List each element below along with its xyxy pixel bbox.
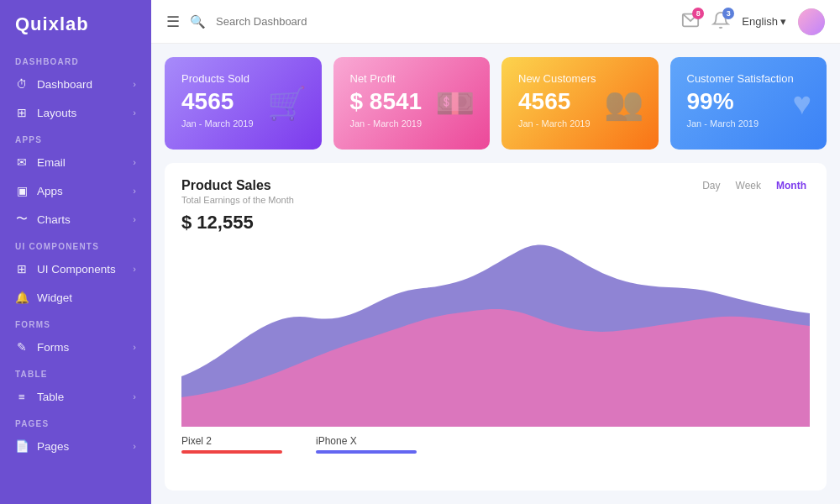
chart-value: $ 12,555	[181, 212, 294, 234]
chevron-right-icon: ›	[133, 214, 136, 224]
header: ☰ 🔍 8 3 English ▾	[151, 0, 840, 44]
sidebar-item-label-table: Table	[37, 391, 64, 403]
legend-bar-red	[181, 450, 282, 454]
widget-icon: 🔔	[15, 291, 29, 304]
content-area: Products Sold 4565 Jan - March 2019 🛒 Ne…	[151, 44, 840, 504]
chart-header-left: Product Sales Total Earnings of the Mont…	[181, 178, 294, 234]
charts-icon: 〜	[15, 213, 29, 226]
legend-label: iPhone X	[316, 435, 417, 447]
sidebar-section-dashboard: Dashboard	[0, 49, 151, 70]
notif-badge: 3	[722, 8, 734, 19]
sidebar-item-label-apps: Apps	[37, 185, 63, 197]
chart-legend: Pixel 2 iPhone X	[181, 427, 810, 465]
chevron-right-icon: ›	[133, 157, 136, 167]
period-btn-day[interactable]: Day	[699, 178, 723, 193]
sidebar-item-label-email: Email	[37, 156, 66, 169]
sidebar-item-forms[interactable]: ✎Forms›	[0, 333, 151, 361]
card-icon-products-sold: 🛒	[267, 85, 307, 122]
card-title-new-customers: New Customers	[518, 72, 642, 85]
sidebar-item-label-widget: Widget	[37, 291, 72, 304]
sidebar-item-pages[interactable]: 📄Pages›	[0, 432, 151, 460]
menu-icon[interactable]: ☰	[166, 13, 180, 31]
sidebar-item-label-forms: Forms	[37, 341, 69, 354]
language-selector[interactable]: English ▾	[742, 15, 786, 28]
ui-components-icon: ⊞	[15, 262, 29, 276]
sidebar-item-label-pages: Pages	[37, 440, 69, 453]
chart-section: Product Sales Total Earnings of the Mont…	[165, 163, 827, 491]
legend-item-iphone-x: iPhone X	[316, 435, 417, 454]
chart-period-buttons: DayWeekMonth	[699, 178, 810, 193]
pages-icon: 📄	[15, 439, 29, 453]
sidebar-item-ui-components[interactable]: ⊞UI Components›	[0, 255, 151, 283]
card-value-customer-satisfaction: 99%	[687, 88, 811, 115]
legend-label: Pixel 2	[181, 435, 282, 447]
chevron-right-icon: ›	[133, 264, 136, 274]
bell-notification-icon[interactable]: 3	[711, 11, 730, 33]
stat-cards: Products Sold 4565 Jan - March 2019 🛒 Ne…	[165, 57, 827, 150]
sidebar-item-apps[interactable]: ▣Apps›	[0, 176, 151, 205]
sidebar-section-apps: Apps	[0, 127, 151, 148]
sidebar-section-pages: Pages	[0, 411, 151, 432]
card-date-customer-satisfaction: Jan - March 2019	[687, 118, 811, 129]
email-notification-icon[interactable]: 8	[681, 11, 700, 33]
sidebar-item-layouts[interactable]: ⊞Layouts›	[0, 98, 151, 127]
card-icon-net-profit: 💵	[435, 85, 475, 122]
search-icon: 🔍	[190, 14, 206, 29]
chevron-right-icon: ›	[133, 186, 136, 196]
stat-card-net-profit: Net Profit $ 8541 Jan - March 2019 💵	[333, 57, 491, 150]
lang-label: English	[742, 15, 778, 28]
avatar[interactable]	[798, 8, 825, 35]
sidebar-item-email[interactable]: ✉Email›	[0, 148, 151, 176]
logo: Quixlab	[0, 0, 151, 49]
sidebar-item-dashboard[interactable]: ⏱Dashboard›	[0, 70, 151, 98]
card-title-net-profit: Net Profit	[350, 72, 474, 85]
legend-bar-blue	[316, 450, 417, 454]
email-badge: 8	[692, 8, 704, 19]
legend-item-pixel-2: Pixel 2	[181, 435, 282, 454]
apps-icon: ▣	[15, 184, 29, 197]
sidebar: Quixlab Dashboard⏱Dashboard›⊞Layouts›App…	[0, 0, 151, 504]
forms-icon: ✎	[15, 340, 29, 354]
card-title-customer-satisfaction: Customer Satisfaction	[687, 72, 811, 85]
chart-title: Product Sales	[181, 178, 294, 193]
stat-card-products-sold: Products Sold 4565 Jan - March 2019 🛒	[165, 57, 322, 150]
period-btn-month[interactable]: Month	[773, 178, 810, 193]
chart-subtitle: Total Earnings of the Month	[181, 195, 294, 205]
card-title-products-sold: Products Sold	[181, 72, 305, 85]
sidebar-item-widget[interactable]: 🔔Widget	[0, 283, 151, 312]
chevron-right-icon: ›	[133, 108, 136, 118]
table-icon: ≡	[15, 390, 29, 403]
dashboard-icon: ⏱	[15, 77, 29, 91]
sidebar-item-label-layouts: Layouts	[37, 107, 76, 119]
header-right: 8 3 English ▾	[681, 8, 825, 35]
sidebar-item-label-charts: Charts	[37, 213, 71, 226]
sidebar-item-table[interactable]: ≡Table›	[0, 382, 151, 411]
search-input[interactable]	[216, 15, 350, 28]
sidebar-item-label-dashboard: Dashboard	[37, 78, 92, 91]
period-btn-week[interactable]: Week	[732, 178, 764, 193]
chevron-right-icon: ›	[133, 79, 136, 89]
chevron-right-icon: ›	[133, 342, 136, 352]
main-content: ☰ 🔍 8 3 English ▾ Products S	[151, 0, 840, 504]
sidebar-item-charts[interactable]: 〜Charts›	[0, 205, 151, 234]
stat-card-new-customers: New Customers 4565 Jan - March 2019 👥	[501, 57, 659, 150]
chevron-right-icon: ›	[133, 441, 136, 451]
email-icon: ✉	[15, 155, 29, 169]
card-icon-customer-satisfaction: ♥	[792, 86, 811, 122]
chart-area	[181, 242, 810, 427]
sidebar-section-forms: Forms	[0, 312, 151, 333]
chevron-down-icon: ▾	[780, 15, 786, 28]
sidebar-section-ui-components: UI Components	[0, 234, 151, 255]
stat-card-customer-satisfaction: Customer Satisfaction 99% Jan - March 20…	[670, 57, 827, 150]
chevron-right-icon: ›	[133, 391, 136, 402]
sidebar-section-table: Table	[0, 361, 151, 382]
layouts-icon: ⊞	[15, 106, 29, 119]
sidebar-item-label-ui-components: UI Components	[37, 263, 116, 276]
card-icon-new-customers: 👥	[604, 85, 643, 122]
